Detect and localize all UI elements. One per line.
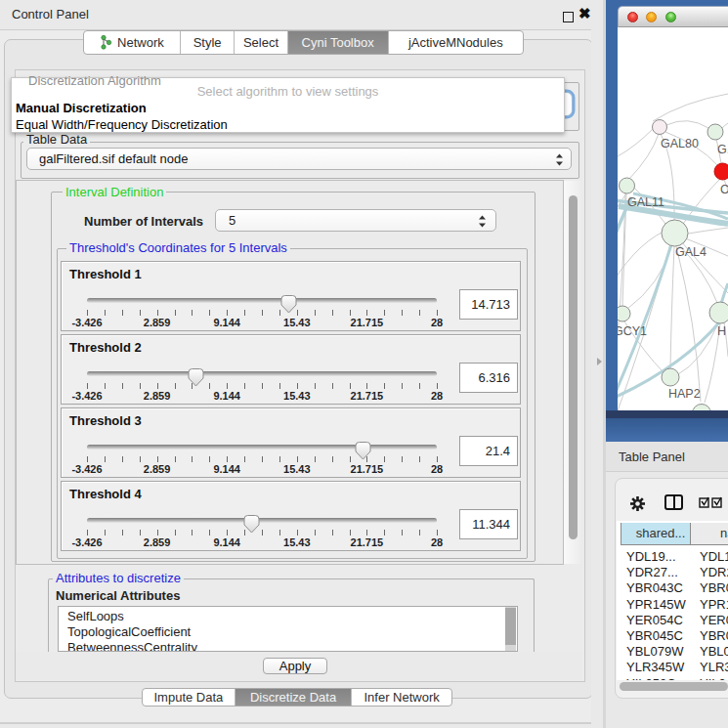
svg-text:H: H: [717, 324, 726, 338]
svg-text:C: C: [720, 183, 728, 196]
svg-text:GAL11: GAL11: [627, 195, 664, 209]
svg-text:GCY1: GCY1: [618, 324, 647, 338]
svg-text:G.: G.: [717, 143, 728, 156]
svg-text:HAP2: HAP2: [668, 387, 701, 401]
svg-text:GAL4: GAL4: [675, 245, 707, 259]
svg-text:GAL80: GAL80: [661, 137, 699, 150]
